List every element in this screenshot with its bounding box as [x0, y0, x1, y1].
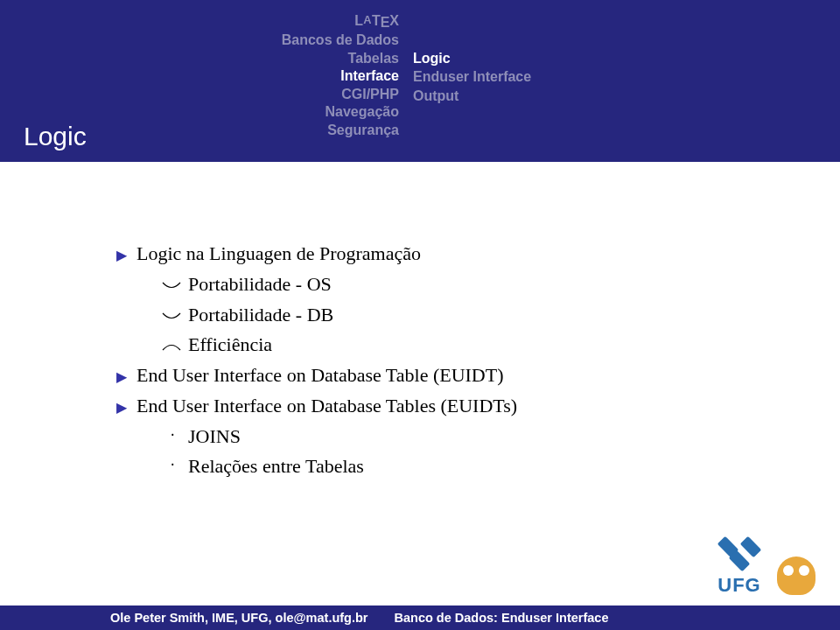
sub-text: Efficiência — [188, 330, 272, 360]
bullet-text: End User Interface on Database Tables (E… — [136, 391, 517, 422]
nav-item-navegacao[interactable]: Navegação — [0, 103, 399, 121]
slide-header: LATEX Bancos de Dados Tabelas Interface … — [0, 0, 840, 162]
bullet-text: End User Interface on Database Table (EU… — [136, 360, 504, 391]
nav-item-bancos[interactable]: Bancos de Dados — [0, 32, 399, 49]
bullet-3-sub-2: · Relações entre Tabelas — [116, 452, 840, 482]
subnav-item-enduser[interactable]: Enduser Interface — [413, 67, 531, 86]
footer-author: Ole Peter Smith, IME, UFG, ole@mat.ufg.b… — [110, 611, 368, 625]
slide-title: Logic — [24, 122, 87, 151]
triangle-icon: ▶ — [116, 244, 127, 266]
triangle-icon: ▶ — [116, 396, 127, 418]
nav-item-tabelas[interactable]: Tabelas — [0, 50, 399, 67]
subnav-item-output[interactable]: Output — [413, 87, 531, 105]
subnav-item-logic[interactable]: Logic — [413, 49, 531, 67]
sub-text: Portabilidade - DB — [188, 300, 333, 331]
sub-text: Relações entre Tabelas — [188, 452, 364, 482]
slide-footer: Ole Peter Smith, IME, UFG, ole@mat.ufg.b… — [0, 606, 840, 630]
nav-subsections: Logic Enduser Interface Output — [411, 12, 531, 139]
slide-body: ▶ Logic na Linguagen de Programação Port… — [0, 162, 840, 482]
nav-item-latex[interactable]: LATEX — [0, 12, 399, 32]
triangle-icon: ▶ — [116, 366, 127, 388]
owl-icon — [777, 556, 816, 595]
dot-icon: · — [171, 452, 188, 477]
bullet-1-sub-2: Portabilidade - DB — [116, 300, 840, 331]
nav-item-interface[interactable]: Interface — [0, 67, 399, 85]
smile-icon — [162, 270, 188, 290]
sub-text: Portabilidade - OS — [188, 270, 332, 300]
logo-text: UFG — [714, 574, 765, 597]
bullet-text: Logic na Linguagen de Programação — [136, 239, 421, 270]
sub-text: JOINS — [188, 422, 241, 452]
frown-icon — [162, 330, 188, 351]
dot-icon: · — [171, 423, 188, 447]
bullet-3-sub-1: · JOINS — [116, 422, 840, 452]
nav-item-cgiphp[interactable]: CGI/PHP — [0, 86, 399, 103]
bullet-1: ▶ Logic na Linguagen de Programação — [116, 239, 840, 270]
footer-title: Banco de Dados: Enduser Interface — [395, 611, 609, 625]
bullet-2: ▶ End User Interface on Database Table (… — [116, 360, 840, 391]
logo-cubes-icon — [714, 537, 765, 570]
ufg-logo: UFG — [714, 537, 819, 597]
bullet-1-sub-1: Portabilidade - OS — [116, 270, 840, 300]
nav-columns: LATEX Bancos de Dados Tabelas Interface … — [0, 12, 840, 139]
nav-sections: LATEX Bancos de Dados Tabelas Interface … — [0, 12, 411, 139]
bullet-1-sub-3: Efficiência — [116, 330, 840, 360]
bullet-3: ▶ End User Interface on Database Tables … — [116, 391, 840, 422]
smile-icon — [162, 300, 188, 321]
